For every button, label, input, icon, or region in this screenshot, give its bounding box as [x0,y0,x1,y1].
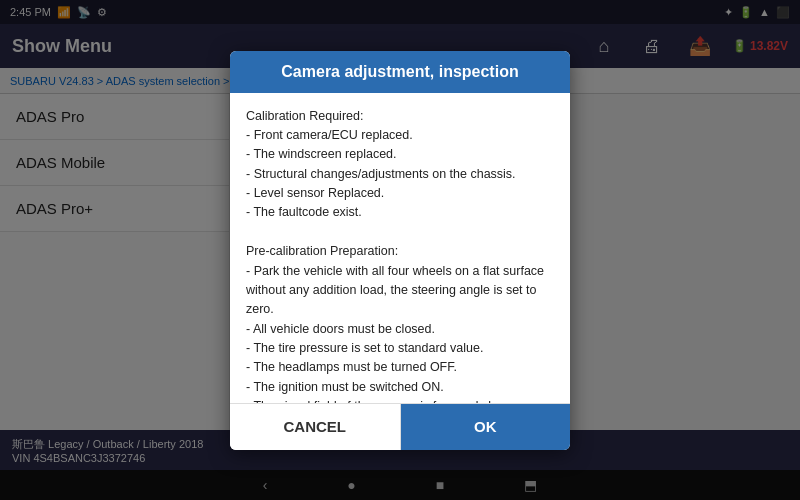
dialog-header: Camera adjustment, inspection [230,51,570,93]
dialog-title: Camera adjustment, inspection [281,63,518,80]
dialog-body: Calibration Required: - Front camera/ECU… [230,93,570,403]
ok-button[interactable]: OK [401,404,571,450]
cancel-button[interactable]: CANCEL [230,404,401,450]
dialog: Camera adjustment, inspection Calibratio… [230,51,570,450]
dialog-footer: CANCEL OK [230,403,570,450]
dialog-overlay: Camera adjustment, inspection Calibratio… [0,0,800,500]
dialog-text: Calibration Required: - Front camera/ECU… [246,109,544,403]
